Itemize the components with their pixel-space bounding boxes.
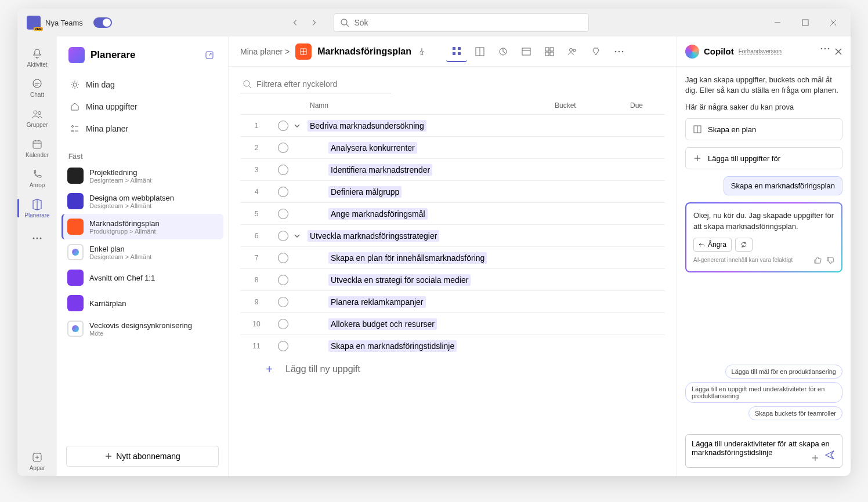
copilot-input-wrapper[interactable] [685, 434, 842, 468]
nav-my-plans[interactable]: Mina planer [62, 118, 223, 140]
suggestion-add-tasks[interactable]: Lägga till uppgifter för [685, 147, 842, 169]
rail-calls[interactable]: Anrop [20, 163, 55, 193]
view-schedule[interactable] [516, 41, 537, 62]
app-rail: Aktivitet Chatt Grupper Kalender Anrop P… [17, 37, 57, 476]
task-checkbox[interactable] [278, 297, 288, 307]
filter-input-wrapper[interactable] [240, 75, 391, 93]
nav-forward-button[interactable] [306, 14, 322, 31]
prompt-pill[interactable]: Lägga till mål för en produktlansering [725, 365, 842, 379]
pop-out-button[interactable] [202, 48, 216, 62]
regenerate-button[interactable] [735, 238, 753, 252]
attach-button[interactable] [811, 453, 820, 463]
task-name[interactable]: Utveckla marknadsföringsstrategier [308, 231, 665, 241]
prompt-pill[interactable]: Skapa buckets för teamroller [748, 406, 842, 420]
pinned-plan-item[interactable]: Designa om webbplatsenDesignteam > Allmä… [62, 188, 223, 214]
task-checkbox[interactable] [278, 165, 288, 175]
pinned-plan-item[interactable]: MarknadsföringsplanProduktgrupp > Allmän… [62, 214, 223, 239]
view-charts[interactable] [539, 41, 560, 62]
task-row[interactable]: 5 Ange marknadsföringsmål [240, 202, 665, 224]
column-header-due[interactable]: Due [630, 101, 665, 110]
thumbs-up-button[interactable] [813, 256, 822, 264]
view-people[interactable] [562, 41, 583, 62]
task-row[interactable]: 9 Planera reklamkampanjer [240, 290, 665, 312]
task-name[interactable]: Identifiera marknadstrender [308, 165, 665, 174]
task-name[interactable]: Planera reklamkampanjer [308, 297, 665, 307]
task-checkbox[interactable] [278, 319, 288, 329]
task-checkbox[interactable] [278, 231, 288, 241]
copilot-more-button[interactable] [820, 48, 830, 56]
task-row[interactable]: 2 Analysera konkurrenter [240, 136, 665, 158]
nav-my-day[interactable]: Min dag [62, 74, 223, 96]
view-grid[interactable] [446, 41, 467, 62]
task-name[interactable]: Analysera konkurrenter [308, 143, 665, 152]
task-name[interactable]: Ange marknadsföringsmål [308, 209, 665, 219]
task-row[interactable]: 6 Utveckla marknadsföringsstrategier [240, 224, 665, 246]
global-search[interactable] [334, 13, 589, 32]
prompt-pill[interactable]: Lägga till en uppgift med underaktivitet… [685, 382, 842, 403]
task-checkbox[interactable] [278, 209, 288, 219]
pinned-plan-item[interactable]: Karriärplan [62, 290, 223, 316]
window-maximize-button[interactable] [793, 14, 818, 31]
task-row[interactable]: 8 Utveckla en strategi för sociala medie… [240, 268, 665, 290]
rail-calendar[interactable]: Kalender [20, 133, 55, 163]
task-name[interactable]: Allokera budget och resurser [308, 319, 665, 329]
task-row[interactable]: 10 Allokera budget och resurser [240, 312, 665, 334]
view-timeline[interactable] [493, 41, 513, 62]
task-checkbox[interactable] [278, 143, 288, 153]
task-checkbox[interactable] [278, 187, 288, 197]
column-header-bucket[interactable]: Bucket [555, 101, 630, 110]
pin-plan-button[interactable] [417, 47, 426, 56]
task-checkbox[interactable] [278, 121, 288, 131]
copilot-close-button[interactable] [834, 48, 842, 56]
task-row[interactable]: 4 Definiera målgrupp [240, 180, 665, 202]
window-close-button[interactable] [820, 14, 846, 31]
rail-planner[interactable]: Planerare [20, 193, 55, 223]
pinned-section-label: Fäst [57, 145, 228, 163]
rail-more[interactable] [20, 223, 55, 253]
rail-chat[interactable]: Chatt [20, 72, 55, 103]
task-row[interactable]: 11 Skapa en marknadsföringstidslinje [240, 334, 665, 357]
view-board[interactable] [469, 41, 490, 62]
pinned-title: Marknadsföringsplan [89, 219, 160, 228]
pinned-plan-item[interactable]: ProjektledningDesignteam > Allmänt [62, 163, 223, 188]
send-button[interactable] [822, 448, 837, 463]
suggestion-create-plan[interactable]: Skapa en plan [685, 118, 842, 140]
task-row[interactable]: 3 Identifiera marknadstrender [240, 158, 665, 180]
preview-toggle[interactable] [93, 17, 112, 28]
view-goals[interactable] [585, 41, 606, 62]
view-more[interactable] [609, 41, 630, 62]
task-checkbox[interactable] [278, 275, 288, 285]
rail-activity[interactable]: Aktivitet [20, 42, 55, 72]
nav-back-button[interactable] [287, 14, 303, 31]
refresh-icon [740, 241, 747, 248]
nav-my-tasks[interactable]: Mina uppgifter [62, 96, 223, 118]
task-checkbox[interactable] [278, 341, 288, 351]
task-name[interactable]: Utveckla en strategi för sociala medier [308, 275, 665, 285]
add-task-button[interactable]: +Lägg till ny uppgift [240, 357, 665, 382]
breadcrumb[interactable]: Mina planer > [240, 47, 290, 56]
thumbs-down-button[interactable] [826, 256, 834, 264]
filter-input[interactable] [256, 79, 389, 89]
pinned-plan-item[interactable]: Avsnitt om Chef 1:1 [62, 265, 223, 290]
rail-apps[interactable]: Appar [20, 446, 55, 476]
undo-button[interactable]: Ångra [693, 238, 732, 252]
pinned-plan-item[interactable]: Veckovis designsynkroniseringMöte [62, 316, 223, 341]
column-header-name[interactable]: Namn [308, 101, 555, 110]
task-row[interactable]: 1 Bedriva marknadsundersökning [240, 114, 665, 136]
task-row[interactable]: 7 Skapa en plan för innehållsmarknadsför… [240, 246, 665, 268]
window-minimize-button[interactable] [765, 14, 790, 31]
new-plan-button[interactable]: Nytt abonnemang [66, 446, 219, 467]
search-input[interactable] [354, 18, 583, 27]
expand-toggle[interactable] [294, 232, 308, 239]
task-name[interactable]: Definiera målgrupp [308, 187, 665, 197]
task-name[interactable]: Skapa en marknadsföringstidslinje [308, 341, 665, 351]
task-name[interactable]: Bedriva marknadsundersökning [308, 121, 665, 130]
svg-rect-24 [550, 52, 554, 56]
task-name[interactable]: Skapa en plan för innehållsmarknadsförin… [308, 253, 665, 263]
expand-toggle[interactable] [294, 122, 308, 129]
pinned-plan-item[interactable]: Enkel planDesignteam > Allmänt [62, 239, 223, 265]
task-checkbox[interactable] [278, 253, 288, 263]
svg-point-4 [38, 111, 41, 114]
svg-rect-23 [545, 52, 549, 56]
rail-teams[interactable]: Grupper [20, 103, 55, 133]
